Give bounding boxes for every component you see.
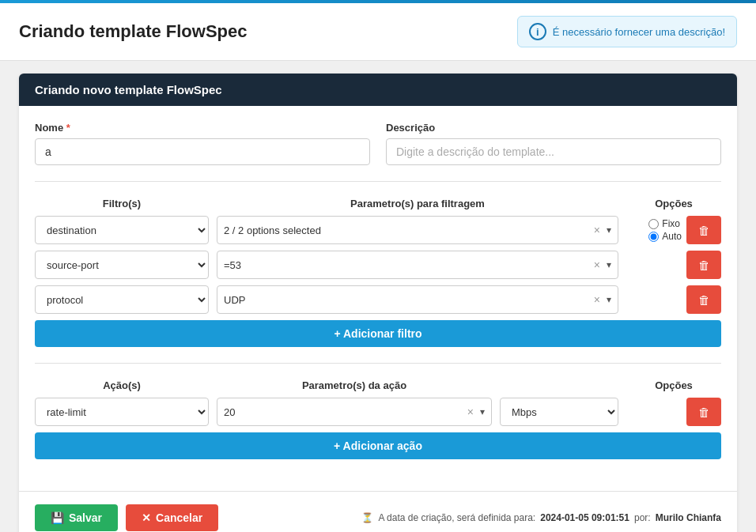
fixo-radio-1[interactable] (648, 219, 659, 229)
nome-group: Nome * (35, 122, 370, 165)
action-unit-select-1[interactable]: Mbps Kbps Gbps (500, 398, 618, 426)
filter-param-2-clear[interactable]: × (591, 258, 603, 271)
action-delete-1[interactable]: 🗑 (686, 398, 721, 426)
hourglass-icon: ⏳ (361, 512, 373, 523)
filter-options-2: 🗑 (626, 251, 721, 279)
fixo-label-1[interactable]: Fixo (648, 218, 682, 229)
filter-col3-header: Opções (626, 198, 721, 209)
filter-param-2[interactable]: =53 × ▾ (217, 251, 618, 279)
filter-param-3[interactable]: UDP × ▾ (217, 285, 618, 314)
descricao-label: Descrição (386, 122, 721, 134)
action-param-1-arrow[interactable]: ▾ (480, 406, 485, 417)
filter-table-header: Filtro(s) Parametro(s) para filtragem Op… (35, 198, 721, 209)
trash-icon-1: 🗑 (698, 224, 710, 237)
radio-group-1: Fixo Auto (648, 218, 682, 242)
auto-label-1[interactable]: Auto (648, 231, 682, 242)
page-header: Criando template FlowSpec i É necessário… (0, 3, 756, 61)
action-table-header: Ação(s) Parametro(s) da ação Opções (35, 379, 721, 391)
cancel-button[interactable]: ✕ Cancelar (126, 504, 218, 531)
action-param-1[interactable]: 20 × ▾ (217, 398, 492, 426)
trash-icon-action-1: 🗑 (698, 406, 710, 419)
filter-col2-header: Parametro(s) para filtragem (217, 198, 618, 209)
save-button[interactable]: 💾 Salvar (35, 504, 118, 531)
descricao-input[interactable] (386, 138, 721, 165)
filter-param-1-arrow[interactable]: ▾ (607, 224, 611, 236)
filter-col1-header: Filtro(s) (35, 198, 209, 209)
action-param-1-clear[interactable]: × (464, 406, 477, 418)
action-col3-header (500, 379, 618, 391)
page-title: Criando template FlowSpec (19, 21, 248, 42)
info-icon: i (529, 23, 546, 40)
filter-delete-2[interactable]: 🗑 (686, 251, 721, 279)
filter-row-3: protocol destination source-port UDP × ▾… (35, 285, 721, 314)
required-star: * (66, 122, 70, 134)
filter-delete-3[interactable]: 🗑 (686, 285, 721, 314)
footer-row: 💾 Salvar ✕ Cancelar ⏳ A data de criação,… (19, 491, 737, 532)
filter-row-1: destination source-port protocol source … (35, 216, 721, 244)
filter-param-3-clear[interactable]: × (591, 293, 603, 306)
filter-param-1-clear[interactable]: × (591, 224, 603, 236)
action-select-1[interactable]: rate-limit discard mark (35, 398, 209, 426)
trash-icon-3: 🗑 (698, 293, 710, 307)
action-col4-header: Opções (626, 379, 721, 391)
filter-param-2-arrow[interactable]: ▾ (607, 259, 611, 270)
name-desc-row: Nome * Descrição (35, 122, 721, 165)
divider-1 (35, 181, 721, 182)
main-container: Criando novo template FlowSpec Nome * De… (19, 74, 737, 532)
save-icon: 💾 (51, 511, 64, 524)
filter-param-1[interactable]: 2 / 2 options selected × ▾ (217, 216, 618, 244)
action-col1-header: Ação(s) (35, 379, 209, 391)
add-filter-button[interactable]: + Adicionar filtro (35, 320, 721, 347)
footer-buttons: 💾 Salvar ✕ Cancelar (35, 504, 218, 531)
nome-label: Nome * (35, 122, 370, 134)
add-action-button[interactable]: + Adicionar ação (35, 432, 721, 459)
filter-options-1: Fixo Auto 🗑 (626, 216, 721, 244)
filter-select-2[interactable]: source-port destination protocol (35, 251, 209, 279)
section-header: Criando novo template FlowSpec (19, 74, 737, 106)
cancel-icon: ✕ (142, 511, 151, 524)
filter-select-1[interactable]: destination source-port protocol source … (35, 216, 209, 244)
filter-param-3-arrow[interactable]: ▾ (607, 294, 611, 305)
filter-delete-1[interactable]: 🗑 (686, 216, 721, 244)
filter-select-3[interactable]: protocol destination source-port (35, 285, 209, 314)
action-options-1: 🗑 (626, 398, 721, 426)
info-alert: i É necessário fornecer uma descrição! (517, 16, 737, 47)
filter-options-3: 🗑 (626, 285, 721, 314)
nome-input[interactable] (35, 138, 370, 165)
form-body: Nome * Descrição Filtro(s) Parametro(s) … (19, 106, 737, 491)
footer-info: ⏳ A data de criação, será definida para:… (361, 512, 721, 523)
action-col2-header: Parametro(s) da ação (217, 379, 492, 391)
action-row-1: rate-limit discard mark 20 × ▾ Mbps Kbps… (35, 398, 721, 426)
auto-radio-1[interactable] (648, 232, 659, 242)
filter-row-2: source-port destination protocol =53 × ▾… (35, 251, 721, 279)
trash-icon-2: 🗑 (698, 258, 710, 272)
descricao-group: Descrição (386, 122, 721, 165)
alert-text: É necessário fornecer uma descrição! (553, 26, 725, 38)
divider-2 (35, 363, 721, 364)
